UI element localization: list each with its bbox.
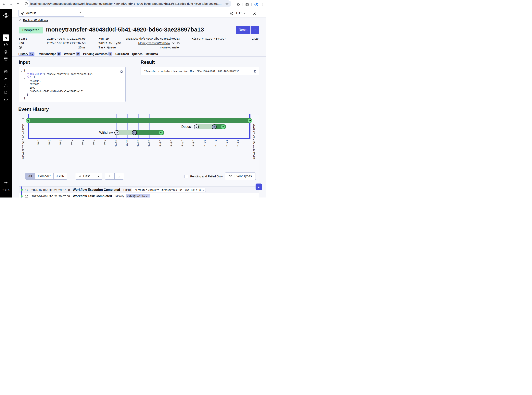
view-option-all[interactable]: All: [25, 173, 35, 179]
sidebar-item-import[interactable]: [4, 84, 8, 88]
browser-reload-icon[interactable]: [16, 3, 19, 6]
browser-forward-icon[interactable]: [10, 3, 12, 6]
timeline-workflow-start-node[interactable]: [26, 118, 31, 123]
download-button[interactable]: [114, 173, 124, 179]
timeline-event-started-node[interactable]: [212, 124, 217, 129]
workflow-type-link[interactable]: MoneyTransferWorkflow: [138, 41, 170, 45]
chevron-down-icon: [243, 12, 246, 15]
timeline-activity-label: Withdraw: [99, 131, 113, 134]
sort-menu-button[interactable]: [94, 173, 103, 179]
namespace-open-button[interactable]: [76, 10, 84, 16]
task-queue-link[interactable]: money-transfer: [160, 46, 180, 49]
filter-icon[interactable]: [172, 41, 175, 44]
sidebar-item-docs[interactable]: [4, 90, 8, 94]
timeline-event-started-node[interactable]: [132, 130, 137, 135]
event-row[interactable]: 162025-07-06 UTC 21:29:07.58Workflow Tas…: [19, 193, 259, 198]
view-option-json[interactable]: JSON: [53, 173, 67, 179]
event-time: 2025-07-06 UTC 21:29:07.58: [32, 188, 70, 192]
status-badge: Completed: [19, 27, 43, 33]
reset-button-label[interactable]: Reset: [236, 26, 251, 34]
result-card: "Transfer complete (transaction IDs: OKW…: [141, 67, 259, 75]
detail-label: Start: [19, 37, 27, 40]
sidebar-item-feedback[interactable]: [4, 98, 8, 102]
theme-toggle-icon[interactable]: [4, 181, 8, 185]
copy-result-icon[interactable]: [253, 69, 257, 73]
timezone-select[interactable]: UTC: [230, 11, 246, 15]
arrow-down-icon: [257, 185, 260, 188]
detail-value: 2425: [252, 37, 258, 40]
event-id-link[interactable]: 17: [25, 188, 28, 192]
tab-search-icon[interactable]: [245, 3, 249, 6]
result-heading: Result: [141, 60, 155, 65]
sidebar-item-schedules[interactable]: [4, 43, 8, 47]
event-types-button[interactable]: Event Types: [225, 172, 256, 180]
url-text[interactable]: localhost:8080/namespaces/default/workfl…: [30, 2, 225, 5]
labs-mode-icon[interactable]: [252, 11, 257, 16]
timeline-chart: 1ms2ms3ms5ms6ms7ms8ms10ms11ms12ms13ms15m…: [19, 114, 259, 166]
timeline-event-scheduled-node[interactable]: [114, 130, 119, 135]
json-line: ]: [27, 93, 28, 97]
timeline-activity-pending-segment: [197, 124, 214, 129]
timeline-event-completed-node[interactable]: [220, 124, 225, 129]
browser-back-icon[interactable]: [3, 3, 5, 6]
sidebar-item-nexus[interactable]: [4, 77, 8, 81]
chart-tick-label: 20ms: [203, 140, 206, 147]
browser-menu-icon[interactable]: [261, 3, 264, 6]
workflow-title: moneytransfer-48043d0d-5b41-4920-bd6c-3a…: [46, 26, 204, 33]
tab-call-stack[interactable]: Call Stack: [115, 52, 129, 56]
chart-gridline: [39, 114, 39, 138]
site-info-icon[interactable]: [23, 0, 30, 7]
json-collapse-icon[interactable]: [23, 77, 26, 80]
extensions-icon[interactable]: [236, 3, 240, 6]
tab-relationships[interactable]: Relationships0: [38, 52, 61, 56]
json-line: "A1001",: [30, 79, 41, 83]
timeline-event-completed-node[interactable]: [159, 130, 164, 135]
event-attr-label: Identity: [115, 195, 124, 198]
timeline-workflow-end-node[interactable]: [247, 118, 252, 123]
detail-label: Task Queue: [99, 46, 116, 49]
topbar: default UTC: [12, 9, 266, 18]
tab-queries[interactable]: Queries: [132, 52, 143, 56]
sidebar-item-deployments[interactable]: [4, 50, 8, 54]
chart-tick-label: 1ms: [37, 140, 40, 145]
timeline-workflow-bar[interactable]: [28, 118, 250, 123]
temporal-logo[interactable]: [3, 13, 8, 18]
view-toggle-group: AllCompactJSON: [25, 173, 67, 180]
event-row[interactable]: 172025-07-06 UTC 21:29:07.58Workflow Exe…: [19, 187, 259, 193]
event-id-link[interactable]: 16: [25, 195, 28, 198]
chevron-down-icon: [253, 28, 257, 32]
pause-button[interactable]: [105, 173, 114, 179]
json-collapse-icon[interactable]: [21, 70, 23, 73]
app-root: 2.34.0 default UTC: [0, 9, 266, 198]
sidebar-item-namespaces[interactable]: [4, 70, 8, 74]
timeline-collapse-icon[interactable]: [21, 117, 24, 121]
view-option-compact[interactable]: Compact: [35, 173, 53, 179]
copy-icon[interactable]: [177, 42, 180, 44]
tab-metadata[interactable]: Metadata: [146, 52, 158, 56]
json-line: 100,: [30, 86, 35, 90]
bookmark-star-icon[interactable]: [225, 2, 229, 5]
arrow-down-icon: [79, 175, 82, 178]
reset-button[interactable]: Reset: [236, 26, 259, 34]
reset-menu-button[interactable]: [251, 26, 259, 34]
pending-failed-checkbox[interactable]: [184, 175, 188, 178]
timeline-event-scheduled-node[interactable]: [194, 124, 199, 129]
scroll-to-bottom-button[interactable]: [256, 184, 262, 190]
tab-workers[interactable]: Workers2: [64, 52, 80, 56]
duration-clock-icon: [19, 46, 22, 49]
chart-tick-label: 6ms: [81, 140, 84, 145]
sort-desc-button[interactable]: Desc: [75, 173, 94, 179]
tab-history[interactable]: History17: [18, 52, 35, 56]
back-to-workflows-link[interactable]: Back to Workflows: [19, 18, 48, 22]
address-bar[interactable]: localhost:8080/namespaces/default/workfl…: [23, 0, 231, 7]
sort-button: Desc: [75, 173, 103, 180]
tab-pending-activities[interactable]: Pending Activities0: [83, 52, 112, 56]
chevron-down-icon: [97, 175, 100, 178]
copy-input-icon[interactable]: [120, 70, 123, 74]
chart-gridline: [72, 114, 72, 138]
sidebar-item-workflows[interactable]: [3, 34, 9, 41]
tab-badge: 0: [108, 52, 112, 55]
profile-avatar-icon[interactable]: [254, 2, 258, 6]
sidebar-item-archive[interactable]: [4, 57, 8, 61]
namespace-select[interactable]: default: [18, 10, 76, 16]
